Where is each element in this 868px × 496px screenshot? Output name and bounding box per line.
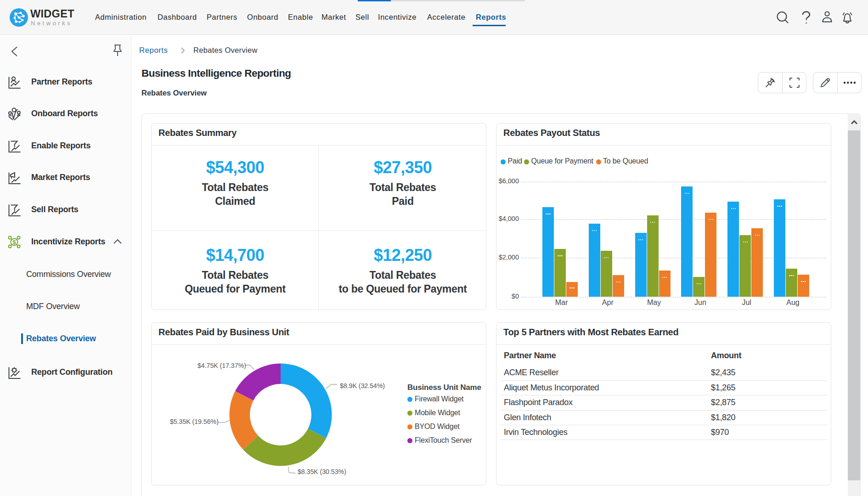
svg-text:$: $ <box>12 239 16 246</box>
